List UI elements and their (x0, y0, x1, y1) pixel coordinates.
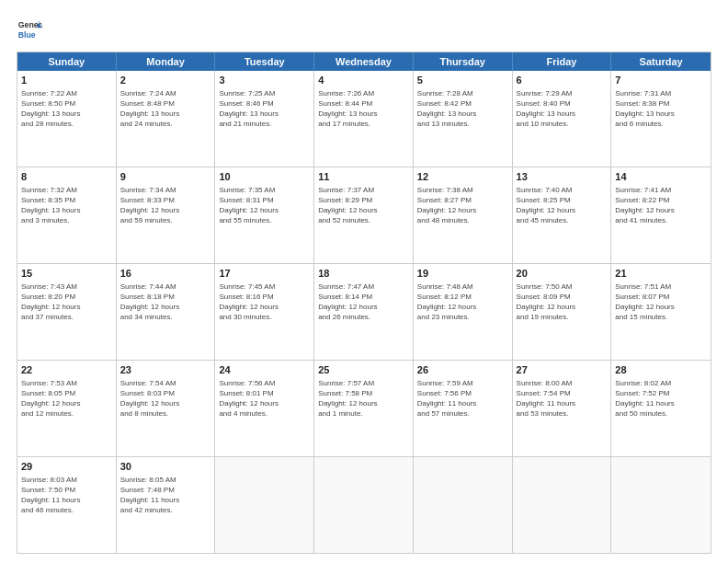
day-number: 5 (417, 74, 508, 87)
day-info: Sunrise: 8:05 AM Sunset: 7:48 PM Dayligh… (120, 475, 211, 516)
header-day-thursday: Thursday (414, 52, 513, 71)
cal-cell-19: 19Sunrise: 7:48 AM Sunset: 8:12 PM Dayli… (414, 264, 513, 360)
day-info: Sunrise: 7:50 AM Sunset: 8:09 PM Dayligh… (517, 282, 608, 323)
day-info: Sunrise: 7:31 AM Sunset: 8:38 PM Dayligh… (615, 88, 707, 130)
day-info: Sunrise: 7:59 AM Sunset: 7:56 PM Dayligh… (417, 378, 508, 419)
day-info: Sunrise: 7:40 AM Sunset: 8:25 PM Dayligh… (517, 185, 608, 226)
cal-cell-empty-4-5 (513, 457, 612, 553)
cal-cell-15: 15Sunrise: 7:43 AM Sunset: 8:20 PM Dayli… (17, 264, 117, 360)
day-info: Sunrise: 7:44 AM Sunset: 8:18 PM Dayligh… (120, 282, 211, 323)
day-number: 14 (615, 170, 707, 184)
day-number: 17 (219, 267, 310, 281)
header-day-saturday: Saturday (611, 52, 711, 71)
cal-cell-10: 10Sunrise: 7:35 AM Sunset: 8:31 PM Dayli… (215, 167, 314, 263)
calendar: SundayMondayTuesdayWednesdayThursdayFrid… (17, 52, 711, 554)
cal-cell-empty-4-4 (414, 457, 513, 553)
day-info: Sunrise: 8:02 AM Sunset: 7:52 PM Dayligh… (615, 378, 707, 419)
day-number: 4 (318, 74, 409, 87)
day-info: Sunrise: 7:54 AM Sunset: 8:03 PM Dayligh… (120, 378, 211, 419)
logo: General Blue (17, 17, 28, 42)
day-info: Sunrise: 7:41 AM Sunset: 8:22 PM Dayligh… (615, 185, 707, 226)
cal-cell-12: 12Sunrise: 7:38 AM Sunset: 8:27 PM Dayli… (414, 167, 513, 263)
day-number: 23 (120, 363, 211, 377)
day-number: 30 (120, 460, 211, 474)
cal-row-4: 22Sunrise: 7:53 AM Sunset: 8:05 PM Dayli… (17, 360, 711, 456)
cal-cell-21: 21Sunrise: 7:51 AM Sunset: 8:07 PM Dayli… (611, 264, 711, 360)
day-number: 8 (21, 170, 112, 184)
cal-cell-empty-4-3 (314, 457, 414, 553)
page-header: General Blue (17, 17, 711, 42)
day-info: Sunrise: 7:28 AM Sunset: 8:42 PM Dayligh… (417, 88, 508, 130)
day-number: 6 (517, 74, 608, 87)
day-number: 25 (318, 363, 409, 377)
day-info: Sunrise: 7:29 AM Sunset: 8:40 PM Dayligh… (517, 88, 608, 130)
day-info: Sunrise: 7:24 AM Sunset: 8:48 PM Dayligh… (120, 88, 211, 130)
cal-cell-24: 24Sunrise: 7:56 AM Sunset: 8:01 PM Dayli… (215, 361, 314, 456)
cal-cell-28: 28Sunrise: 8:02 AM Sunset: 7:52 PM Dayli… (611, 361, 711, 456)
cal-cell-4: 4Sunrise: 7:26 AM Sunset: 8:44 PM Daylig… (314, 71, 414, 167)
svg-text:Blue: Blue (18, 30, 36, 40)
cal-cell-29: 29Sunrise: 8:03 AM Sunset: 7:50 PM Dayli… (17, 457, 117, 553)
cal-cell-2: 2Sunrise: 7:24 AM Sunset: 8:48 PM Daylig… (117, 71, 216, 167)
cal-cell-6: 6Sunrise: 7:29 AM Sunset: 8:40 PM Daylig… (513, 71, 612, 167)
cal-cell-18: 18Sunrise: 7:47 AM Sunset: 8:14 PM Dayli… (314, 264, 414, 360)
cal-cell-26: 26Sunrise: 7:59 AM Sunset: 7:56 PM Dayli… (414, 361, 513, 456)
day-info: Sunrise: 8:03 AM Sunset: 7:50 PM Dayligh… (21, 475, 112, 516)
day-info: Sunrise: 8:00 AM Sunset: 7:54 PM Dayligh… (517, 378, 608, 419)
day-info: Sunrise: 7:51 AM Sunset: 8:07 PM Dayligh… (615, 282, 707, 323)
cal-cell-17: 17Sunrise: 7:45 AM Sunset: 8:16 PM Dayli… (215, 264, 314, 360)
cal-cell-1: 1Sunrise: 7:22 AM Sunset: 8:50 PM Daylig… (17, 71, 117, 167)
day-number: 28 (615, 363, 707, 377)
day-info: Sunrise: 7:45 AM Sunset: 8:16 PM Dayligh… (219, 282, 310, 323)
cal-row-5: 29Sunrise: 8:03 AM Sunset: 7:50 PM Dayli… (17, 456, 711, 553)
day-info: Sunrise: 7:25 AM Sunset: 8:46 PM Dayligh… (219, 88, 310, 130)
day-info: Sunrise: 7:32 AM Sunset: 8:35 PM Dayligh… (21, 185, 112, 226)
cal-cell-27: 27Sunrise: 8:00 AM Sunset: 7:54 PM Dayli… (513, 361, 612, 456)
day-info: Sunrise: 7:47 AM Sunset: 8:14 PM Dayligh… (318, 282, 409, 323)
day-number: 24 (219, 363, 310, 377)
cal-cell-8: 8Sunrise: 7:32 AM Sunset: 8:35 PM Daylig… (17, 167, 117, 263)
header-day-monday: Monday (117, 52, 216, 71)
day-number: 18 (318, 267, 409, 281)
cal-cell-25: 25Sunrise: 7:57 AM Sunset: 7:58 PM Dayli… (314, 361, 414, 456)
cal-cell-3: 3Sunrise: 7:25 AM Sunset: 8:46 PM Daylig… (215, 71, 314, 167)
header-day-sunday: Sunday (17, 52, 117, 71)
day-info: Sunrise: 7:56 AM Sunset: 8:01 PM Dayligh… (219, 378, 310, 419)
cal-cell-30: 30Sunrise: 8:05 AM Sunset: 7:48 PM Dayli… (117, 457, 216, 553)
day-number: 22 (21, 363, 112, 377)
day-info: Sunrise: 7:38 AM Sunset: 8:27 PM Dayligh… (417, 185, 508, 226)
day-info: Sunrise: 7:37 AM Sunset: 8:29 PM Dayligh… (318, 185, 409, 226)
cal-row-1: 1Sunrise: 7:22 AM Sunset: 8:50 PM Daylig… (17, 71, 711, 167)
cal-row-3: 15Sunrise: 7:43 AM Sunset: 8:20 PM Dayli… (17, 263, 711, 360)
cal-cell-7: 7Sunrise: 7:31 AM Sunset: 8:38 PM Daylig… (611, 71, 711, 167)
day-number: 9 (120, 170, 211, 184)
cal-cell-23: 23Sunrise: 7:54 AM Sunset: 8:03 PM Dayli… (117, 361, 216, 456)
cal-cell-5: 5Sunrise: 7:28 AM Sunset: 8:42 PM Daylig… (414, 71, 513, 167)
cal-cell-11: 11Sunrise: 7:37 AM Sunset: 8:29 PM Dayli… (314, 167, 414, 263)
cal-cell-9: 9Sunrise: 7:34 AM Sunset: 8:33 PM Daylig… (117, 167, 216, 263)
header-day-tuesday: Tuesday (215, 52, 314, 71)
day-number: 3 (219, 74, 310, 87)
day-info: Sunrise: 7:48 AM Sunset: 8:12 PM Dayligh… (417, 282, 508, 323)
day-number: 7 (615, 74, 707, 87)
cal-cell-empty-4-6 (611, 457, 711, 553)
calendar-header: SundayMondayTuesdayWednesdayThursdayFrid… (17, 52, 711, 71)
day-number: 19 (417, 267, 508, 281)
day-info: Sunrise: 7:43 AM Sunset: 8:20 PM Dayligh… (21, 282, 112, 323)
day-info: Sunrise: 7:57 AM Sunset: 7:58 PM Dayligh… (318, 378, 409, 419)
day-number: 16 (120, 267, 211, 281)
header-day-friday: Friday (513, 52, 612, 71)
day-info: Sunrise: 7:26 AM Sunset: 8:44 PM Dayligh… (318, 88, 409, 130)
day-number: 10 (219, 170, 310, 184)
day-number: 26 (417, 363, 508, 377)
day-number: 1 (21, 74, 112, 87)
day-number: 20 (517, 267, 608, 281)
day-number: 13 (517, 170, 608, 184)
header-day-wednesday: Wednesday (314, 52, 414, 71)
cal-cell-22: 22Sunrise: 7:53 AM Sunset: 8:05 PM Dayli… (17, 361, 117, 456)
cal-cell-20: 20Sunrise: 7:50 AM Sunset: 8:09 PM Dayli… (513, 264, 612, 360)
logo-icon: General Blue (17, 17, 42, 42)
calendar-body: 1Sunrise: 7:22 AM Sunset: 8:50 PM Daylig… (17, 71, 711, 553)
day-number: 21 (615, 267, 707, 281)
cal-cell-16: 16Sunrise: 7:44 AM Sunset: 8:18 PM Dayli… (117, 264, 216, 360)
